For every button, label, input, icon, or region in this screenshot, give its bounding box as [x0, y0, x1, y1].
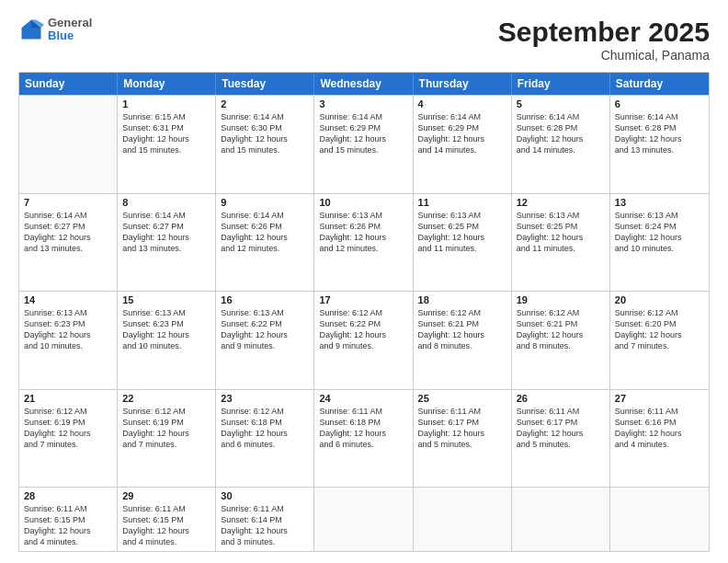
day-number: 19 [517, 294, 605, 305]
day-info: Sunrise: 6:13 AMSunset: 6:23 PMDaylight:… [24, 307, 112, 352]
day-number: 20 [615, 294, 704, 305]
calendar-cell: 19Sunrise: 6:12 AMSunset: 6:21 PMDayligh… [512, 292, 610, 389]
calendar-cell: 20Sunrise: 6:12 AMSunset: 6:20 PMDayligh… [610, 292, 709, 389]
calendar-cell: 11Sunrise: 6:13 AMSunset: 6:25 PMDayligh… [414, 194, 512, 292]
logo-general: General [48, 17, 92, 29]
calendar-cell: 25Sunrise: 6:11 AMSunset: 6:17 PMDayligh… [414, 390, 512, 488]
calendar-body: 1Sunrise: 6:15 AMSunset: 6:31 PMDaylight… [19, 95, 709, 551]
day-number: 5 [517, 98, 605, 109]
day-info: Sunrise: 6:12 AMSunset: 6:18 PMDaylight:… [221, 406, 309, 451]
day-number: 9 [221, 197, 309, 208]
title-block: September 2025 Chumical, Panama [498, 17, 710, 63]
day-number: 14 [24, 294, 112, 305]
day-number: 4 [418, 98, 506, 109]
logo: General Blue [18, 17, 92, 43]
calendar-cell: 7Sunrise: 6:14 AMSunset: 6:27 PMDaylight… [19, 194, 118, 292]
calendar-header-cell: Friday [512, 73, 610, 95]
calendar-cell [314, 488, 413, 551]
calendar-cell [414, 488, 512, 551]
calendar-header-cell: Thursday [414, 73, 512, 95]
day-info: Sunrise: 6:13 AMSunset: 6:26 PMDaylight:… [319, 210, 407, 255]
day-number: 16 [221, 294, 309, 305]
day-number: 11 [418, 197, 506, 208]
day-number: 1 [122, 98, 210, 109]
day-info: Sunrise: 6:12 AMSunset: 6:21 PMDaylight:… [517, 307, 605, 352]
calendar-cell: 3Sunrise: 6:14 AMSunset: 6:29 PMDaylight… [314, 96, 413, 193]
day-info: Sunrise: 6:14 AMSunset: 6:27 PMDaylight:… [122, 210, 210, 255]
day-info: Sunrise: 6:13 AMSunset: 6:24 PMDaylight:… [615, 210, 704, 255]
calendar-cell: 6Sunrise: 6:14 AMSunset: 6:28 PMDaylight… [610, 96, 709, 193]
day-info: Sunrise: 6:11 AMSunset: 6:15 PMDaylight:… [122, 503, 210, 548]
calendar-cell: 1Sunrise: 6:15 AMSunset: 6:31 PMDaylight… [118, 96, 216, 193]
calendar-cell: 22Sunrise: 6:12 AMSunset: 6:19 PMDayligh… [118, 390, 216, 488]
day-info: Sunrise: 6:14 AMSunset: 6:28 PMDaylight:… [615, 111, 704, 156]
calendar-cell: 21Sunrise: 6:12 AMSunset: 6:19 PMDayligh… [19, 390, 118, 488]
day-info: Sunrise: 6:11 AMSunset: 6:17 PMDaylight:… [418, 406, 506, 451]
calendar-cell: 12Sunrise: 6:13 AMSunset: 6:25 PMDayligh… [512, 194, 610, 292]
calendar-cell: 27Sunrise: 6:11 AMSunset: 6:16 PMDayligh… [610, 390, 709, 488]
day-info: Sunrise: 6:14 AMSunset: 6:26 PMDaylight:… [221, 210, 309, 255]
calendar-header-cell: Tuesday [216, 73, 314, 95]
calendar-header-cell: Wednesday [314, 73, 413, 95]
day-info: Sunrise: 6:11 AMSunset: 6:18 PMDaylight:… [319, 406, 407, 451]
day-number: 8 [122, 197, 210, 208]
day-number: 21 [24, 393, 112, 404]
day-number: 12 [517, 197, 605, 208]
day-number: 28 [24, 490, 112, 501]
calendar-cell: 2Sunrise: 6:14 AMSunset: 6:30 PMDaylight… [216, 96, 314, 193]
day-number: 30 [221, 490, 309, 501]
header: General Blue September 2025 Chumical, Pa… [18, 17, 710, 63]
day-number: 15 [122, 294, 210, 305]
day-info: Sunrise: 6:12 AMSunset: 6:20 PMDaylight:… [615, 307, 704, 352]
calendar-header-cell: Saturday [610, 73, 709, 95]
page: General Blue September 2025 Chumical, Pa… [0, 0, 728, 563]
calendar-header-cell: Sunday [19, 73, 118, 95]
day-number: 27 [615, 393, 704, 404]
calendar-cell: 4Sunrise: 6:14 AMSunset: 6:29 PMDaylight… [414, 96, 512, 193]
calendar-cell: 13Sunrise: 6:13 AMSunset: 6:24 PMDayligh… [610, 194, 709, 292]
day-number: 10 [319, 197, 407, 208]
calendar-cell: 28Sunrise: 6:11 AMSunset: 6:15 PMDayligh… [19, 488, 118, 551]
calendar-cell: 5Sunrise: 6:14 AMSunset: 6:28 PMDaylight… [512, 96, 610, 193]
day-info: Sunrise: 6:12 AMSunset: 6:21 PMDaylight:… [418, 307, 506, 352]
calendar-cell: 14Sunrise: 6:13 AMSunset: 6:23 PMDayligh… [19, 292, 118, 389]
day-info: Sunrise: 6:15 AMSunset: 6:31 PMDaylight:… [122, 111, 210, 156]
day-number: 29 [122, 490, 210, 501]
day-info: Sunrise: 6:11 AMSunset: 6:16 PMDaylight:… [615, 406, 704, 451]
calendar-cell [512, 488, 610, 551]
calendar-cell: 24Sunrise: 6:11 AMSunset: 6:18 PMDayligh… [314, 390, 413, 488]
location: Chumical, Panama [498, 48, 710, 63]
day-number: 6 [615, 98, 704, 109]
day-info: Sunrise: 6:13 AMSunset: 6:25 PMDaylight:… [418, 210, 506, 255]
calendar-cell: 15Sunrise: 6:13 AMSunset: 6:23 PMDayligh… [118, 292, 216, 389]
day-info: Sunrise: 6:11 AMSunset: 6:15 PMDaylight:… [24, 503, 112, 548]
day-info: Sunrise: 6:14 AMSunset: 6:28 PMDaylight:… [517, 111, 605, 156]
calendar-cell: 10Sunrise: 6:13 AMSunset: 6:26 PMDayligh… [314, 194, 413, 292]
logo-icon [18, 17, 44, 42]
day-number: 23 [221, 393, 309, 404]
day-info: Sunrise: 6:14 AMSunset: 6:27 PMDaylight:… [24, 210, 112, 255]
calendar-row: 28Sunrise: 6:11 AMSunset: 6:15 PMDayligh… [19, 487, 709, 551]
logo-text: General Blue [48, 17, 92, 43]
calendar-header-row: SundayMondayTuesdayWednesdayThursdayFrid… [19, 73, 709, 95]
calendar-cell: 17Sunrise: 6:12 AMSunset: 6:22 PMDayligh… [314, 292, 413, 389]
day-info: Sunrise: 6:13 AMSunset: 6:23 PMDaylight:… [122, 307, 210, 352]
calendar-header-cell: Monday [118, 73, 216, 95]
logo-blue: Blue [48, 29, 92, 42]
day-number: 7 [24, 197, 112, 208]
day-info: Sunrise: 6:11 AMSunset: 6:14 PMDaylight:… [221, 503, 309, 548]
day-info: Sunrise: 6:14 AMSunset: 6:30 PMDaylight:… [221, 111, 309, 156]
day-info: Sunrise: 6:12 AMSunset: 6:19 PMDaylight:… [24, 406, 112, 451]
calendar-cell: 23Sunrise: 6:12 AMSunset: 6:18 PMDayligh… [216, 390, 314, 488]
day-number: 3 [319, 98, 407, 109]
day-info: Sunrise: 6:12 AMSunset: 6:19 PMDaylight:… [122, 406, 210, 451]
day-info: Sunrise: 6:13 AMSunset: 6:25 PMDaylight:… [517, 210, 605, 255]
day-number: 24 [319, 393, 407, 404]
day-number: 13 [615, 197, 704, 208]
day-info: Sunrise: 6:14 AMSunset: 6:29 PMDaylight:… [418, 111, 506, 156]
calendar-cell [610, 488, 709, 551]
calendar-cell: 30Sunrise: 6:11 AMSunset: 6:14 PMDayligh… [216, 488, 314, 551]
calendar-row: 7Sunrise: 6:14 AMSunset: 6:27 PMDaylight… [19, 193, 709, 292]
day-number: 22 [122, 393, 210, 404]
calendar-cell: 8Sunrise: 6:14 AMSunset: 6:27 PMDaylight… [118, 194, 216, 292]
